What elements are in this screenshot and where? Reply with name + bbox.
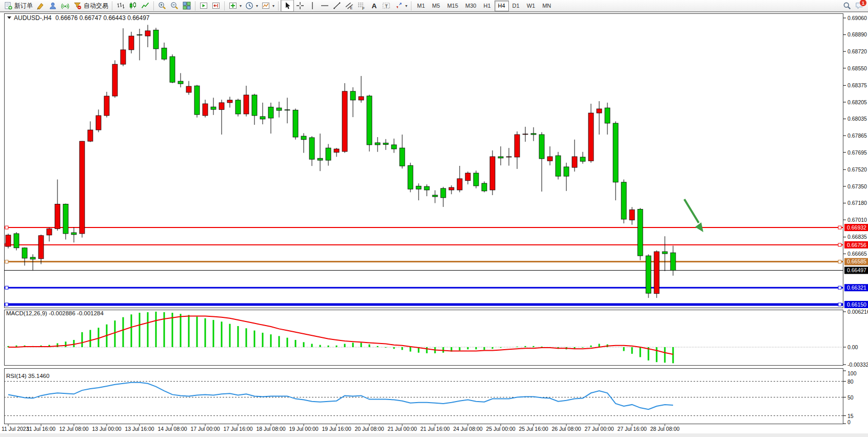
price-tick-label: 0.68375 xyxy=(847,82,867,88)
candle xyxy=(515,135,520,157)
line-chart-button[interactable] xyxy=(139,0,151,11)
search-icon[interactable] xyxy=(842,1,852,10)
zoom-in-button[interactable] xyxy=(156,0,168,11)
label-button[interactable]: T xyxy=(380,0,392,11)
price-badge-0.66321: 0.66321 xyxy=(844,284,868,291)
candle xyxy=(564,167,569,176)
candle xyxy=(408,165,413,189)
candle xyxy=(309,138,314,159)
hline-handle[interactable] xyxy=(838,260,841,263)
candle-chart-icon xyxy=(128,1,137,10)
timeframe-m5-button[interactable]: M5 xyxy=(428,1,443,11)
hline-handle[interactable] xyxy=(5,260,8,263)
candle xyxy=(162,48,167,59)
auto-scroll-button[interactable] xyxy=(198,0,210,11)
hline-handle[interactable] xyxy=(5,286,8,289)
arrows-button[interactable]: ▾ xyxy=(392,0,409,11)
profile-icon xyxy=(48,1,57,10)
price-badge-0.66756: 0.66756 xyxy=(844,241,868,249)
templates-button[interactable]: ▾ xyxy=(260,0,276,11)
zoom-out-button[interactable] xyxy=(168,0,181,11)
price-tick-label: 0.67865 xyxy=(847,132,867,139)
periods-button[interactable]: ▾ xyxy=(243,0,260,11)
hline-handle[interactable] xyxy=(838,226,841,229)
candle xyxy=(334,149,339,153)
toolbar-separator xyxy=(411,2,411,10)
candle xyxy=(22,248,27,258)
profile-button[interactable] xyxy=(47,0,59,11)
price-badge-0.66585: 0.66585 xyxy=(844,258,868,265)
time-tick-label: 20 Jul 08:00 xyxy=(354,426,384,432)
symbol-label: AUDUSD-,H4 xyxy=(14,14,52,22)
candle xyxy=(277,108,282,110)
hline-button[interactable] xyxy=(319,0,331,11)
timeframe-h1-button[interactable]: H1 xyxy=(480,1,494,11)
vline-button[interactable] xyxy=(306,0,319,11)
autotrade-button[interactable]: 自动交易 xyxy=(71,0,110,11)
cursor-icon xyxy=(283,1,292,10)
candle xyxy=(14,234,19,248)
hline-handle[interactable] xyxy=(838,243,841,246)
time-tick-label: 25 Jul 16:00 xyxy=(519,426,548,432)
timeframe-m1-button[interactable]: M1 xyxy=(413,1,428,11)
styles-brush-button[interactable] xyxy=(34,0,47,11)
candle xyxy=(219,103,224,109)
timeframe-m15-button[interactable]: M15 xyxy=(444,1,462,11)
new-order-button[interactable]: 新订单 xyxy=(2,0,34,11)
line-chart-icon xyxy=(141,1,150,10)
chart-shift-button[interactable] xyxy=(210,0,222,11)
channel-button[interactable]: E xyxy=(343,0,356,11)
crosshair-button[interactable] xyxy=(294,0,306,11)
candle xyxy=(153,30,159,49)
chart-area: 0.690600.688900.687200.685500.683750.682… xyxy=(0,0,868,437)
hline-0.66150[interactable] xyxy=(4,303,843,306)
indicators-dropdown-arrow[interactable]: ▾ xyxy=(240,4,242,8)
trendline-button[interactable] xyxy=(331,0,343,11)
indicators-button[interactable]: ▾ xyxy=(227,0,243,11)
candle xyxy=(465,173,470,181)
macd-label: MACD(12,26,9) -0.002886 -0.001284 xyxy=(6,310,104,316)
time-tick-label: 24 Jul 08:00 xyxy=(453,426,482,432)
candle xyxy=(498,157,503,158)
periods-dropdown-arrow[interactable]: ▾ xyxy=(256,4,258,8)
candle xyxy=(145,31,150,36)
hline-handle[interactable] xyxy=(5,303,8,306)
timeframe-mn-button[interactable]: MN xyxy=(539,1,555,11)
candle xyxy=(629,210,635,220)
hline-handle[interactable] xyxy=(5,226,8,229)
macd-axis-label: 0.006216 xyxy=(847,309,868,315)
rsi-label: RSI(14) 35.1460 xyxy=(6,373,49,379)
tile-windows-button[interactable] xyxy=(181,0,193,11)
fibonacci-button[interactable]: F xyxy=(356,0,368,11)
timeframe-m30-button[interactable]: M30 xyxy=(462,1,480,11)
zoom-out-icon xyxy=(170,1,179,10)
time-tick-label: 12 Jul 08:00 xyxy=(59,426,88,432)
timeframe-h4-button[interactable]: H4 xyxy=(495,1,509,11)
price-tick-label: 0.68035 xyxy=(847,116,867,122)
candle-chart-button[interactable] xyxy=(127,0,139,11)
signals-button[interactable] xyxy=(59,0,71,11)
arrows-dropdown-arrow[interactable]: ▾ xyxy=(405,4,407,8)
autotrade-label: 自动交易 xyxy=(84,2,108,10)
ohlc-values: 0.66676 0.66747 0.66443 0.66497 xyxy=(55,14,150,22)
chat-button[interactable]: 1 xyxy=(855,1,864,10)
timeframe-d1-button[interactable]: D1 xyxy=(509,1,523,11)
cursor-button[interactable] xyxy=(281,0,294,12)
toolbar-separator xyxy=(153,2,154,10)
time-tick-label: 11 Jul 2023 xyxy=(2,426,29,432)
bar-chart-button[interactable] xyxy=(114,0,127,11)
time-tick-label: 17 Jul 00:00 xyxy=(190,426,220,432)
toolbar-separator xyxy=(112,2,112,10)
text-button[interactable]: A xyxy=(368,0,380,11)
timeframe-w1-button[interactable]: W1 xyxy=(523,1,539,11)
candle xyxy=(318,158,323,160)
hline-handle[interactable] xyxy=(838,303,841,306)
templates-dropdown-arrow[interactable]: ▾ xyxy=(272,4,274,8)
notification-badge[interactable]: 1 xyxy=(859,0,867,7)
hline-handle[interactable] xyxy=(838,286,841,289)
toolbar-separator xyxy=(195,2,195,10)
time-tick-label: 19 Jul 00:00 xyxy=(289,426,318,432)
candle xyxy=(235,100,241,114)
main-toolbar: 新订单自动交易▾▾▾EFAT▾M1M5M15M30H1H4D1W1MN1 xyxy=(0,0,868,12)
price-badge-0.66932: 0.66932 xyxy=(844,224,868,231)
